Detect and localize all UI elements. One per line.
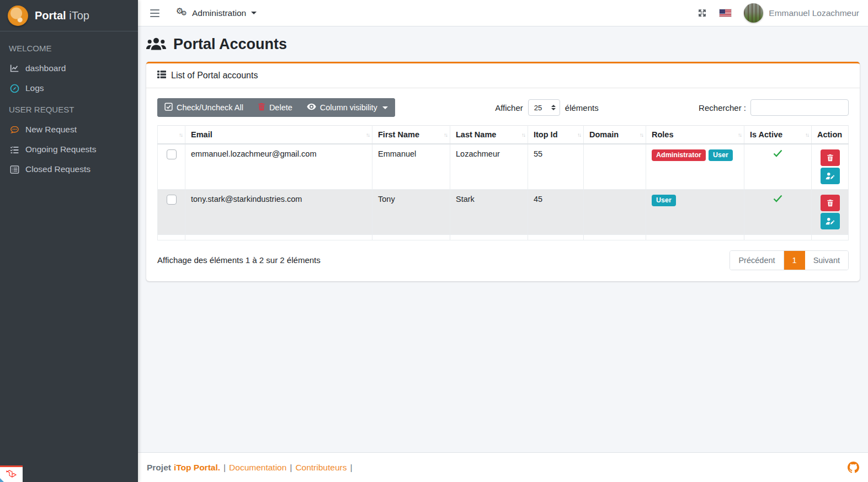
sidebar-item-logs[interactable]: Logs [0,78,138,98]
debug-corner-icon [0,478,4,482]
table-row: emmanuel.lozachmeur@gmail.com Emmanuel L… [158,144,849,190]
length-suffix-label: éléments [565,103,599,113]
cell-email: emmanuel.lozachmeur@gmail.com [185,144,372,190]
table-header-row: ↑↓ Email↑↓ First Name↑↓ Last Name↑↓ Itop… [158,126,849,144]
user-name: Emmanuel Lozachmeur [769,8,859,18]
user-edit-icon [826,172,834,180]
sidebar-item-dashboard[interactable]: dashboard [0,58,138,78]
trash-icon [258,103,265,113]
compass-icon [9,84,20,93]
portal-accounts-table: ↑↓ Email↑↓ First Name↑↓ Last Name↑↓ Itop… [157,125,849,240]
pagination: Précédent 1 Suivant [729,250,849,270]
panel-header: List of Portal accounts [146,63,860,88]
delete-button[interactable]: Delete [251,98,300,117]
cell-roles: User [646,189,744,234]
pagination-next-button[interactable]: Suivant [805,251,848,270]
sidebar-toggle-icon[interactable] [147,7,163,19]
row-checkbox[interactable] [167,195,177,205]
tasks-icon [9,146,20,154]
panel-body: Check/Uncheck All Delete C [146,88,860,281]
laravel-icon [6,470,18,479]
sidebar-item-label: New Request [25,125,77,135]
role-badge-user: User [709,149,733,161]
check-uncheck-all-button[interactable]: Check/Uncheck All [157,98,251,117]
portal-accounts-panel: List of Portal accounts Check/Uncheck Al… [146,62,860,281]
table-row: tony.stark@starkindustries.com Tony Star… [158,189,849,234]
sidebar-item-ongoing-requests[interactable]: Ongoing Requests [0,140,138,159]
pagination-previous-button[interactable]: Précédent [730,251,784,270]
sidebar-item-closed-requests[interactable]: Closed Requests [0,159,138,179]
sidebar-item-new-request[interactable]: New Request [0,120,138,140]
github-icon[interactable] [848,462,859,473]
check-uncheck-all-label: Check/Uncheck All [177,103,243,112]
chart-line-icon [9,64,20,73]
itop-logo-icon [8,6,28,26]
list-alt-icon [9,165,20,174]
cell-domain [584,144,646,190]
users-icon [146,36,166,52]
footer-link-contributeurs[interactable]: Contributeurs [295,463,347,473]
sidebar-header-welcome: WELCOME [0,37,138,58]
cell-domain [584,189,646,234]
user-menu[interactable]: Emmanuel Lozachmeur [744,3,859,23]
search-input[interactable] [750,99,849,116]
sort-icon: ↑↓ [179,131,182,137]
header-select-all[interactable]: ↑↓ [158,126,185,144]
table-empty-row [158,234,849,240]
page-length-control: Afficher 25 éléments [495,99,598,116]
button-group: Check/Uncheck All Delete C [157,98,395,117]
column-visibility-button[interactable]: Column visibility [300,98,395,117]
delete-row-button[interactable] [821,149,840,166]
footer-link-documentation[interactable]: Documentation [229,463,286,473]
footer-separator: | [290,463,292,473]
top-navbar: ⚙⚙ Administration Emmanuel Lozachmeur [138,0,868,26]
sidebar-item-label: Ongoing Requests [25,144,96,154]
cogs-icon: ⚙⚙ [176,8,188,19]
pagination-page-1[interactable]: 1 [784,251,805,270]
chevron-down-icon [382,106,388,109]
administration-menu-label: Administration [192,8,246,18]
brand-title: Portal iTop [35,9,89,22]
cell-roles: AdministratorUser [646,144,744,190]
footer-project-name: iTop Portal. [174,463,220,473]
administration-menu[interactable]: ⚙⚙ Administration [176,8,257,19]
fullscreen-icon[interactable] [697,8,707,18]
sidebar: Portal iTop WELCOME dashboard Logs USER … [0,0,138,482]
trash-icon [827,199,834,207]
us-flag-icon[interactable] [719,9,732,17]
edit-user-button[interactable] [821,213,840,229]
edit-user-button[interactable] [821,168,840,184]
sort-icon: ↑↓ [640,131,643,137]
cell-is-active [744,189,812,234]
row-checkbox[interactable] [167,149,177,159]
header-email[interactable]: Email↑↓ [185,126,372,144]
page-length-value: 25 [534,104,542,112]
header-itop-id[interactable]: Itop Id↑↓ [528,126,584,144]
cell-email: tony.stark@starkindustries.com [185,189,372,234]
brand[interactable]: Portal iTop [0,0,138,31]
header-domain[interactable]: Domain↑↓ [584,126,646,144]
header-last-name[interactable]: Last Name↑↓ [450,126,528,144]
search-label: Rechercher : [699,103,746,113]
sort-icon: ↑↓ [805,131,808,137]
content: Portal Accounts List of Portal accounts [138,26,868,452]
header-roles[interactable]: Roles↑↓ [646,126,744,144]
footer-project-label: Projet [147,463,171,473]
header-is-active[interactable]: Is Active↑↓ [744,126,812,144]
cell-first-name: Tony [372,189,450,234]
column-visibility-label: Column visibility [320,103,377,112]
user-edit-icon [826,217,834,225]
navbar-right: Emmanuel Lozachmeur [697,3,859,23]
delete-row-button[interactable] [821,195,840,211]
trash-icon [827,154,834,162]
search-control: Rechercher : [699,99,849,116]
sort-icon: ↑↓ [738,131,741,137]
page-length-select[interactable]: 25 [528,99,560,116]
main-area: ⚙⚙ Administration Emmanuel Lozachmeur Po… [138,0,868,482]
check-icon [773,195,782,204]
page-title-row: Portal Accounts [138,26,868,61]
table-info: Affichage des éléments 1 à 2 sur 2 éléme… [157,255,321,265]
cell-itop-id: 55 [528,144,584,190]
brand-title-bold: Portal [35,9,66,22]
header-first-name[interactable]: First Name↑↓ [372,126,450,144]
